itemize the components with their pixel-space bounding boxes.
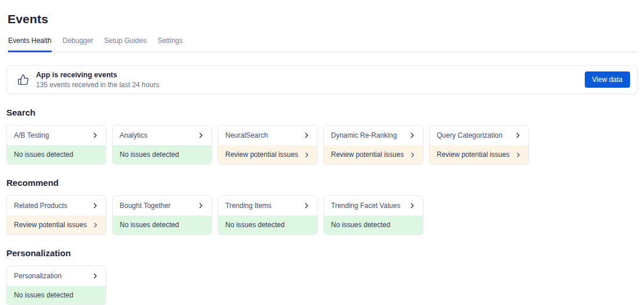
feature-card-a-b-testing: A/B Testing No issues detected — [6, 125, 106, 164]
feature-card-label: Analytics — [120, 131, 147, 139]
banner-title: App is receiving events — [36, 71, 159, 79]
section-personalization: Personalization Personalization No issue… — [6, 248, 638, 305]
feature-card-personalization: Personalization No issues detected — [6, 265, 106, 305]
feature-card-label: NeuralSearch — [225, 131, 268, 139]
events-health-page: Events Events HealthDebuggerSetup Guides… — [0, 0, 644, 305]
tab-events-health[interactable]: Events Health — [8, 34, 52, 52]
chevron-right-icon — [409, 132, 416, 139]
chevron-right-icon — [197, 202, 204, 209]
feature-card-header[interactable]: Bought Together — [113, 196, 211, 216]
section-title: Search — [6, 107, 638, 117]
status-badge: No issues detected — [324, 216, 423, 234]
chevron-right-icon — [92, 272, 99, 279]
status-text: Review potential issues — [225, 150, 298, 159]
feature-card-header[interactable]: Trending Items — [218, 196, 317, 216]
chevron-right-icon — [92, 132, 99, 139]
feature-card-label: Dynamic Re-Ranking — [331, 131, 397, 139]
chevron-right-icon — [515, 132, 521, 139]
feature-card-query-categorization: Query Categorization Review potential is… — [429, 125, 529, 164]
feature-card-header[interactable]: Dynamic Re-Ranking — [324, 125, 423, 145]
feature-card-label: Trending Facet Values — [331, 202, 400, 210]
feature-card-analytics: Analytics No issues detected — [112, 125, 212, 164]
feature-card-label: Related Products — [14, 202, 67, 210]
status-text: No issues detected — [225, 221, 285, 229]
feature-card-header[interactable]: Analytics — [113, 125, 211, 145]
feature-card-neuralsearch: NeuralSearch Review potential issues — [218, 125, 318, 164]
status-badge[interactable]: Review potential issues — [7, 216, 106, 234]
tab-bar: Events HealthDebuggerSetup GuidesSetting… — [6, 34, 638, 52]
status-badge: No issues detected — [218, 216, 317, 234]
feature-card-label: A/B Testing — [14, 131, 49, 139]
status-text: Review potential issues — [14, 221, 87, 229]
tab-settings[interactable]: Settings — [157, 34, 182, 52]
card-row: Related Products Review potential issues… — [6, 195, 638, 235]
section-recommend: Recommend Related Products Review potent… — [6, 178, 638, 235]
feature-card-header[interactable]: Related Products — [7, 196, 106, 216]
chevron-right-icon — [92, 222, 99, 228]
status-badge[interactable]: Review potential issues — [218, 145, 317, 164]
feature-card-header[interactable]: Trending Facet Values — [324, 196, 423, 216]
status-text: No issues detected — [14, 150, 73, 159]
feature-card-header[interactable]: NeuralSearch — [218, 125, 317, 145]
feature-card-related-products: Related Products Review potential issues — [6, 195, 106, 235]
chevron-right-icon — [304, 152, 310, 158]
page-title: Events — [6, 0, 638, 26]
chevron-right-icon — [409, 152, 416, 158]
status-text: No issues detected — [120, 150, 179, 159]
chevron-right-icon — [92, 202, 99, 209]
status-text: No issues detected — [331, 221, 390, 229]
status-badge: No issues detected — [7, 145, 106, 164]
status-badge: No issues detected — [7, 286, 106, 304]
feature-card-header[interactable]: A/B Testing — [7, 125, 106, 145]
status-text: Review potential issues — [331, 150, 404, 159]
section-search: Search A/B Testing No issues detected An… — [6, 107, 638, 164]
chevron-right-icon — [303, 132, 310, 139]
feature-card-label: Personalization — [14, 272, 62, 280]
banner-subtitle: 135 events received in the last 24 hours — [36, 81, 159, 89]
tab-debugger[interactable]: Debugger — [63, 34, 93, 52]
status-badge: No issues detected — [113, 145, 211, 164]
status-text: No issues detected — [14, 291, 73, 299]
feature-card-header[interactable]: Personalization — [7, 266, 106, 286]
thumbs-up-icon — [17, 74, 29, 85]
view-data-button[interactable]: View data — [585, 71, 630, 88]
chevron-right-icon — [409, 202, 416, 209]
banner-texts: App is receiving events 135 events recei… — [36, 71, 159, 89]
events-banner: App is receiving events 135 events recei… — [6, 65, 638, 94]
status-badge[interactable]: Review potential issues — [430, 145, 528, 164]
tab-setup-guides[interactable]: Setup Guides — [104, 34, 146, 52]
card-row: Personalization No issues detected — [6, 265, 638, 305]
feature-card-bought-together: Bought Together No issues detected — [112, 195, 212, 235]
chevron-right-icon — [303, 202, 310, 209]
feature-card-header[interactable]: Query Categorization — [430, 125, 528, 145]
status-text: Review potential issues — [437, 150, 509, 159]
chevron-right-icon — [515, 152, 521, 158]
feature-card-label: Query Categorization — [437, 131, 502, 139]
chevron-right-icon — [197, 132, 204, 139]
feature-card-dynamic-re-ranking: Dynamic Re-Ranking Review potential issu… — [323, 125, 423, 164]
section-title: Personalization — [6, 248, 638, 258]
feature-card-trending-items: Trending Items No issues detected — [218, 195, 318, 235]
card-row: A/B Testing No issues detected Analytics… — [6, 125, 638, 164]
feature-card-label: Trending Items — [225, 202, 272, 210]
sections-container: Search A/B Testing No issues detected An… — [6, 107, 638, 305]
section-title: Recommend — [6, 178, 638, 188]
status-badge[interactable]: Review potential issues — [324, 145, 423, 164]
status-badge: No issues detected — [113, 216, 211, 234]
feature-card-label: Bought Together — [120, 202, 171, 210]
feature-card-trending-facet-values: Trending Facet Values No issues detected — [323, 195, 423, 235]
status-text: No issues detected — [120, 221, 179, 229]
